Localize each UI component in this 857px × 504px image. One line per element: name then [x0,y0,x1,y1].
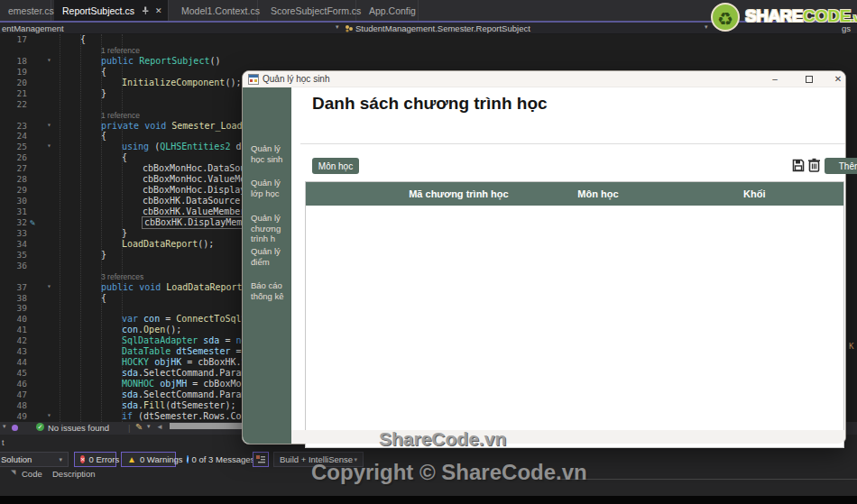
sidebar-item-2[interactable]: Quản lý lớp học [243,178,291,198]
code-text: InitializeComponent(); [122,78,241,88]
codelens-reference[interactable]: 1 reference [0,45,857,56]
dialog-title: Quản lý học sinh [263,74,330,84]
warnings-count: 0 Warnings [140,454,183,464]
grid-column-header-3[interactable]: Khối [666,182,843,206]
line-number: 19 [0,67,27,78]
line-number: 29 [0,185,27,196]
line-number: 21 [0,88,27,99]
code-text: sda.SelectCommand.Param [122,368,246,379]
grid-column-header-2[interactable]: Môn học [530,182,666,206]
issues-status: No issues found [48,423,109,433]
class-icon [345,24,353,32]
line-number: 36 [0,261,27,271]
watermark-copyright: Copyright © ShareCode.vn [311,460,587,485]
column-header-code[interactable]: Code [22,469,42,479]
pin-icon[interactable] [142,5,149,16]
program-data-grid[interactable]: Mã chương trình họcMôn họcKhối [305,181,844,448]
fold-chevron-icon[interactable]: ▾ [47,55,51,66]
warnings-toggle-button[interactable]: ▲ 0 Warnings [121,452,176,467]
divider [300,143,845,144]
project-dropdown[interactable]: entManagement [2,23,64,33]
sidebar-item-5[interactable]: Báo cáo thống kê [243,280,291,301]
solution-filter-dropdown[interactable]: Solution ▾ [0,452,69,467]
line-number: 17 [0,34,27,45]
line-number: 25 [0,142,27,152]
panel-title-partial: t [2,438,5,447]
maximize-button[interactable] [798,73,820,86]
line-number: 28 [0,174,27,185]
chevron-down-icon[interactable]: ▾ [705,23,708,31]
close-button[interactable]: ✕ [827,73,849,86]
chevron-down-icon[interactable]: ▾ [147,423,151,430]
type-dropdown[interactable]: StudentManagement.Semester.ReportSubject [355,23,530,33]
errors-toggle-button[interactable]: ✕ 0 Errors [74,452,116,467]
dialog-title-bar[interactable]: Quản lý học sinh – ✕ [243,71,845,87]
line-number: 34 [0,239,27,250]
code-text: public void LoadDataReport( [101,282,248,293]
fold-chevron-icon[interactable]: ▾ [47,141,51,151]
code-text: sda.SelectCommand.Param [122,389,246,400]
messages-toggle-button[interactable]: i 0 of 3 Messages [180,452,249,467]
winforms-app-icon [248,74,259,85]
fold-chevron-icon[interactable]: ▾ [47,281,51,292]
pen-icon[interactable]: ✎ [135,422,143,432]
info-icon: i [187,455,189,463]
code-text: using (QLHSEntities2 db = [122,142,258,152]
sidebar-item-4[interactable]: Quản lý điểm [243,246,291,267]
line-number: 42 [0,335,27,346]
error-icon: ✕ [80,455,85,463]
chevron-down-icon[interactable]: ▾ [336,23,339,31]
code-text: } [101,250,106,261]
code-text: if (dtSemester.Rows.Cou [122,411,246,422]
line-number: 44 [0,357,27,368]
tab-scoresubjectform-cs[interactable]: ScoreSubjectForm.cs [263,0,356,21]
line-number: 24 [0,131,27,142]
line-number: 49 [0,411,27,422]
grid-column-header-selector[interactable] [306,182,387,206]
scroll-left-icon[interactable]: ◄ [156,423,163,431]
code-text: con.Open(); [122,325,181,335]
filter-button[interactable] [253,452,269,467]
tab-label: emester.cs [8,5,54,16]
fold-chevron-icon[interactable]: ▾ [47,120,51,131]
sort-icon[interactable]: ◥ [11,469,15,476]
line-number: 23 [0,121,27,132]
line-number: 22 [0,99,27,110]
line-number: 45 [0,368,27,379]
sidebar-item-3[interactable]: Quản lý chương trình h [243,213,291,244]
minimize-button[interactable]: – [764,73,786,86]
code-text: sda.Fill(dtSemester); [122,400,235,411]
column-header-description[interactable]: Description [52,469,96,479]
window-bottom-edge [0,496,857,504]
grid-column-header-1[interactable]: Mã chương trình học [387,182,530,206]
debug-attach-icon[interactable] [12,425,18,431]
line-number: 39 [0,303,27,314]
trash-icon[interactable] [808,158,820,172]
tab-label: Model1.Context.cs [181,5,260,16]
solution-filter-label: Solution [1,454,32,464]
tab-reportsubject-cs[interactable]: ReportSubject.cs✕ [54,0,169,21]
chevron-down-icon[interactable]: ▾ [3,423,6,430]
minimap-text-mark: K [849,342,853,351]
student-management-dialog: Quản lý học sinh – ✕ Quản lý học sinhQuả… [242,70,846,444]
sharecode-logo: ♻ SHARECODE.vn [709,1,857,39]
line-number: 18 [0,56,27,67]
mon-hoc-button[interactable]: Môn học [312,158,359,174]
fold-chevron-icon[interactable]: ▾ [47,410,51,421]
tab-app-config[interactable]: App.Config [361,0,419,21]
line-number: 47 [0,389,27,400]
tab-semester[interactable]: emester.cs [0,0,51,21]
line-number: 48 [0,400,27,411]
tab-label: ReportSubject.cs [62,5,134,16]
tab-label: ScoreSubjectForm.cs [271,5,361,16]
code-line: 18▾public ReportSubject() [0,56,857,67]
code-text: { [101,293,106,304]
filter-icon [256,454,265,464]
close-icon[interactable]: ✕ [155,6,162,15]
tab-model1-context-cs[interactable]: Model1.Context.cs [173,0,258,21]
line-number: 31 [0,206,27,217]
sidebar-item-1[interactable]: Quản lý học sinh [243,143,291,164]
them-button[interactable]: Thêm [825,158,857,174]
code-text: HOCKY objHK = cbBoxHK.Se [122,357,253,368]
save-icon[interactable] [792,159,805,172]
